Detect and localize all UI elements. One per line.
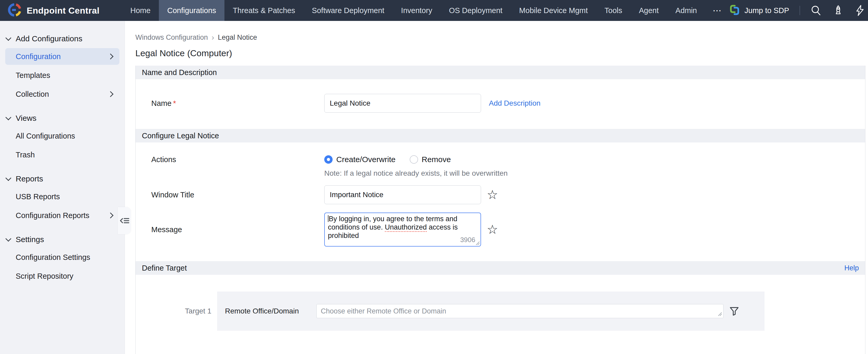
section-header-name-description: Name and Description — [135, 66, 865, 79]
sidebar-item-configuration-settings[interactable]: Configuration Settings — [5, 249, 119, 266]
target-row: Target 1 Remote Office/Domain — [135, 292, 865, 331]
chevron-down-icon — [5, 115, 11, 120]
add-description-link[interactable]: Add Description — [489, 99, 540, 108]
sidebar-section-settings[interactable]: Settings — [0, 234, 125, 245]
sidebar-section-label: Add Configurations — [16, 34, 82, 43]
sidebar-item-label: Configuration Reports — [16, 211, 89, 220]
sidebar-item-label: Templates — [16, 71, 50, 80]
main-nav: Home Configurations Threats & Patches So… — [122, 0, 730, 21]
top-navigation-bar: Endpoint Central Home Configurations Thr… — [0, 0, 868, 21]
nav-item-tools[interactable]: Tools — [596, 0, 631, 21]
zap-icon[interactable] — [855, 5, 866, 16]
star-icon[interactable]: ☆ — [487, 188, 498, 201]
brand[interactable]: Endpoint Central — [0, 0, 99, 21]
sidebar-section-label: Views — [16, 114, 36, 123]
topbar-actions: Jump to SDP — [729, 0, 868, 21]
sidebar-item-trash[interactable]: Trash — [5, 146, 119, 163]
page-title: Legal Notice (Computer) — [135, 48, 868, 58]
jump-to-sdp-label: Jump to SDP — [744, 6, 789, 15]
sdp-logo-icon — [729, 4, 740, 17]
sidebar-item-label: Collection — [16, 90, 49, 98]
actions-radio-group: Create/Overwrite Remove — [324, 155, 451, 164]
breadcrumb-windows-configuration[interactable]: Windows Configuration — [135, 33, 208, 41]
message-label: Message — [151, 225, 324, 234]
required-asterisk: * — [173, 99, 176, 108]
target-1-label: Target 1 — [135, 292, 217, 331]
radio-remove-label[interactable]: Remove — [422, 155, 451, 164]
window-title-input[interactable] — [324, 185, 481, 204]
sidebar-item-configuration[interactable]: Configuration — [5, 48, 119, 65]
radio-create-overwrite[interactable] — [324, 155, 333, 164]
collapse-sidebar-icon — [119, 216, 129, 225]
star-icon[interactable]: ☆ — [487, 223, 498, 236]
search-icon[interactable] — [810, 5, 822, 16]
radio-remove[interactable] — [410, 155, 418, 164]
sidebar: Add Configurations Configuration Templat… — [0, 21, 125, 354]
nav-item-home[interactable]: Home — [122, 0, 159, 21]
sidebar-section-label: Reports — [16, 174, 43, 183]
nav-item-os-deployment[interactable]: OS Deployment — [440, 0, 511, 21]
nav-item-agent[interactable]: Agent — [630, 0, 667, 21]
sidebar-item-label: USB Reports — [16, 193, 60, 201]
sidebar-section-views[interactable]: Views — [0, 112, 125, 124]
sidebar-item-usb-reports[interactable]: USB Reports — [5, 188, 119, 205]
radio-create-overwrite-label[interactable]: Create/Overwrite — [336, 155, 396, 164]
sidebar-section-add-configurations[interactable]: Add Configurations — [0, 33, 125, 45]
sidebar-collapse-toggle[interactable] — [118, 207, 131, 234]
nav-item-admin[interactable]: Admin — [667, 0, 705, 21]
remote-office-domain-input[interactable] — [316, 304, 723, 318]
topbar-divider — [800, 6, 800, 15]
rocket-icon[interactable] — [833, 5, 844, 16]
endpoint-central-logo-icon — [7, 3, 22, 18]
actions-label: Actions — [151, 155, 324, 164]
sidebar-section-label: Settings — [16, 235, 44, 244]
sidebar-item-label: Configuration Settings — [16, 253, 90, 262]
name-input[interactable] — [324, 94, 481, 113]
breadcrumb-current: Legal Notice — [218, 33, 257, 41]
message-textarea-text: By logging in, you agree to the terms an… — [328, 215, 458, 239]
sidebar-section-reports[interactable]: Reports — [0, 173, 125, 184]
nav-item-inventory[interactable]: Inventory — [393, 0, 440, 21]
configuration-form-card: Name and Description Name* Add Descripti… — [135, 66, 865, 354]
sidebar-item-collection[interactable]: Collection — [5, 86, 119, 102]
brand-name: Endpoint Central — [27, 5, 99, 16]
help-link[interactable]: Help — [844, 264, 859, 272]
chevron-right-icon — [107, 91, 114, 97]
nav-more-menu-icon[interactable]: ⋯ — [705, 0, 729, 21]
sidebar-item-templates[interactable]: Templates — [5, 67, 119, 84]
section-header-label: Define Target — [142, 264, 187, 272]
nav-item-configurations[interactable]: Configurations — [159, 0, 224, 21]
text-caret — [328, 215, 329, 222]
sidebar-item-label: All Configurations — [16, 132, 75, 140]
sidebar-item-label: Script Repository — [16, 272, 73, 281]
message-textarea[interactable]: By logging in, you agree to the terms an… — [324, 212, 481, 246]
breadcrumb: Windows Configuration › Legal Notice — [135, 33, 868, 42]
sidebar-item-all-configurations[interactable]: All Configurations — [5, 127, 119, 144]
nav-item-software-deployment[interactable]: Software Deployment — [304, 0, 393, 21]
breadcrumb-separator-icon: › — [212, 33, 214, 42]
jump-to-sdp-button[interactable]: Jump to SDP — [729, 4, 789, 17]
chevron-right-icon — [107, 212, 114, 218]
section-header-define-target: Define Target Help — [135, 261, 865, 275]
main-content: Windows Configuration › Legal Notice Leg… — [125, 21, 868, 354]
section-header-label: Name and Description — [142, 68, 217, 77]
overwrite-note: Note: If a legal notice already exists, … — [324, 169, 865, 178]
sidebar-item-label: Trash — [16, 151, 35, 159]
filter-icon[interactable] — [729, 306, 740, 317]
chevron-right-icon — [107, 54, 114, 60]
sidebar-item-configuration-reports[interactable]: Configuration Reports — [5, 207, 119, 224]
window-title-label: Window Title — [151, 190, 324, 199]
name-label: Name* — [151, 99, 324, 108]
sidebar-item-script-repository[interactable]: Script Repository — [5, 268, 119, 285]
section-header-label: Configure Legal Notice — [142, 131, 219, 140]
nav-item-mobile-device-mgmt[interactable]: Mobile Device Mgmt — [511, 0, 596, 21]
target-panel: Remote Office/Domain — [217, 292, 765, 331]
resize-handle-icon[interactable] — [475, 240, 480, 245]
chevron-down-icon — [5, 175, 11, 181]
character-count: 3906 — [460, 236, 475, 244]
section-header-configure-legal-notice: Configure Legal Notice — [135, 129, 865, 143]
chevron-down-icon — [5, 236, 11, 242]
sidebar-item-label: Configuration — [16, 52, 61, 61]
nav-item-threats-patches[interactable]: Threats & Patches — [224, 0, 304, 21]
resize-handle-icon[interactable] — [717, 312, 722, 316]
